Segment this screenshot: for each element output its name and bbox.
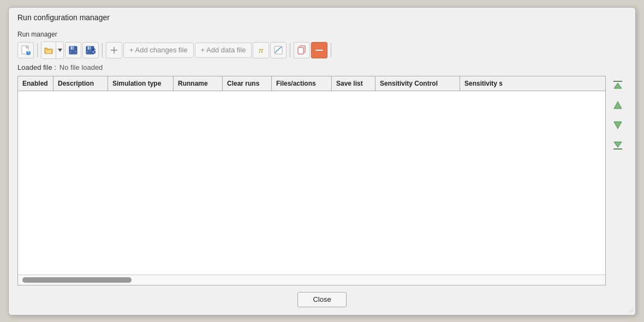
resize-handle[interactable] [627,306,633,313]
remove-button[interactable] [311,42,327,58]
svg-line-28 [629,308,633,313]
col-enabled: Enabled [18,76,53,91]
new-icon: + [21,45,31,55]
open-button-group[interactable] [41,41,64,59]
scrollbar-row [18,275,605,285]
col-simulation-type: Simulation type [108,76,174,91]
svg-text:S: S [91,47,96,55]
content-area: Run manager + [9,26,635,285]
svg-marker-23 [614,83,622,88]
move-down-button[interactable] [609,116,627,134]
col-sensitivity-s: Sensitivity s [460,76,605,91]
loaded-file-value: No file loaded [59,63,103,71]
open-icon [44,45,53,55]
move-to-top-button[interactable] [609,77,627,94]
close-button[interactable]: Close [297,292,347,307]
chevron-down-icon [58,49,62,52]
svg-rect-7 [71,51,75,53]
footer: Close [9,285,635,315]
table-area-wrapper: Enabled Description Simulation type Runn… [17,76,627,285]
col-runname: Runname [174,76,223,91]
horizontal-scrollbar[interactable] [22,277,132,283]
svg-rect-5 [71,46,72,50]
table-container: Enabled Description Simulation type Runn… [17,76,606,285]
col-files-actions: Files/actions [272,76,332,91]
move-up-icon [611,99,624,112]
move-up-button[interactable] [609,97,627,114]
new-button[interactable]: + [17,42,34,58]
pi-button[interactable]: π [253,42,269,58]
move-bottom-icon [611,138,624,151]
move-top-icon [611,79,624,92]
separator-1 [37,43,38,57]
toolbar: + [17,41,627,59]
dialog: Run configuration manager Run manager + [8,7,636,315]
col-clear-runs: Clear runs [223,76,272,91]
chart-icon [273,45,283,55]
minus-icon [315,49,323,51]
svg-marker-26 [614,142,622,147]
move-down-icon [611,118,624,132]
separator-2 [102,43,103,57]
copy-icon [297,45,307,55]
move-to-bottom-button[interactable] [609,136,627,153]
add-changes-file-button[interactable]: + Add changes file [123,43,194,58]
svg-marker-25 [614,122,622,129]
add-icon [110,46,118,54]
section-label: Run manager [17,31,627,38]
table-body[interactable] [18,91,605,275]
add-button[interactable] [106,42,122,58]
svg-text:+: + [26,47,31,55]
chart-button[interactable] [270,42,287,58]
col-save-list: Save list [332,76,375,91]
save-button[interactable] [65,42,81,58]
side-buttons [609,76,627,285]
open-dropdown-button[interactable] [56,42,63,58]
svg-rect-20 [298,47,303,54]
col-sensitivity-control: Sensitivity Control [375,76,460,91]
save-as-icon: S [86,45,96,55]
add-data-file-button[interactable]: + Add data file [195,43,252,58]
scrollbar-thumb [22,277,132,283]
loaded-file-row: Loaded file : No file loaded [17,63,627,71]
table-header: Enabled Description Simulation type Runn… [18,76,605,91]
save-icon [68,45,78,55]
separator-3 [290,43,290,57]
svg-line-29 [631,311,633,313]
pi-icon: π [256,45,266,55]
save-as-button[interactable]: S [82,42,99,58]
svg-rect-10 [88,46,89,50]
svg-rect-21 [315,50,323,51]
svg-marker-24 [614,102,622,109]
col-description: Description [53,76,108,91]
copy-button[interactable] [294,42,310,58]
dialog-title: Run configuration manager [9,8,635,26]
separator-4 [331,43,331,57]
open-button[interactable] [41,42,56,58]
svg-text:π: π [259,46,264,55]
loaded-file-label: Loaded file : [17,63,56,71]
